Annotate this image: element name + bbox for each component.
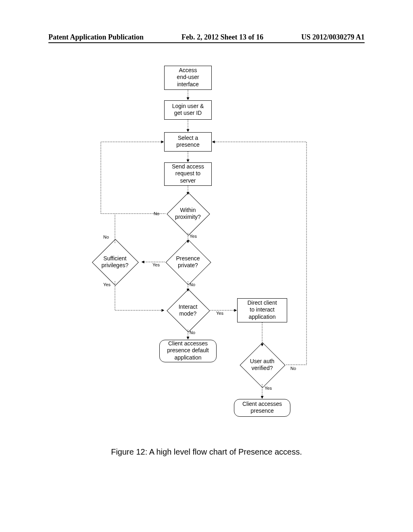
node-label: Client accesses presence: [242, 401, 282, 415]
node-label: Direct client to interact application: [247, 299, 277, 321]
label-yes: Yes: [216, 311, 223, 316]
decision-label: Within proximity?: [175, 207, 201, 220]
decision-label: Sufficient privileges?: [102, 255, 129, 269]
node-label: Login user & get user ID: [172, 103, 204, 117]
label-yes: Yes: [103, 282, 111, 287]
page-header: Patent Application Publication Feb. 2, 2…: [48, 33, 365, 43]
node-label: Send access request to server: [172, 163, 204, 185]
decision-private: Presence private?: [163, 242, 213, 282]
node-send-request: Send access request to server: [164, 162, 212, 186]
node-access-interface: Access end-user interface: [164, 66, 212, 90]
figure-caption: Figure 12: A high level flow chart of Pr…: [0, 447, 413, 457]
decision-label: User auth verified?: [250, 358, 275, 372]
node-label: Select a presence: [176, 135, 200, 149]
header-center: Feb. 2, 2012 Sheet 13 of 16: [181, 33, 263, 42]
label-yes: Yes: [265, 386, 272, 391]
node-accesses-presence: Client accesses presence: [234, 399, 290, 417]
label-no: No: [103, 235, 109, 239]
label-no: No: [154, 211, 159, 216]
node-direct-client: Direct client to interact application: [237, 298, 287, 322]
node-label: Access end-user interface: [177, 67, 199, 88]
decision-interact-mode: Interact mode?: [165, 290, 211, 330]
node-login: Login user & get user ID: [164, 100, 212, 120]
label-no: No: [190, 330, 195, 335]
label-yes: Yes: [152, 262, 160, 267]
decision-privileges: Sufficient privileges?: [89, 242, 141, 282]
label-no: No: [190, 282, 195, 287]
decision-label: Interact mode?: [179, 303, 198, 317]
decision-label: Presence private?: [176, 255, 200, 269]
node-select-presence: Select a presence: [164, 132, 212, 152]
node-default-app: Client accesses presence default applica…: [159, 340, 217, 362]
decision-user-auth: User auth verified?: [237, 345, 287, 385]
node-label: Client accesses presence default applica…: [167, 340, 209, 362]
label-yes: Yes: [190, 234, 197, 239]
label-no: No: [290, 366, 296, 371]
header-right: US 2012/0030279 A1: [301, 33, 365, 42]
header-left: Patent Application Publication: [48, 33, 144, 42]
decision-proximity: Within proximity?: [165, 193, 211, 234]
